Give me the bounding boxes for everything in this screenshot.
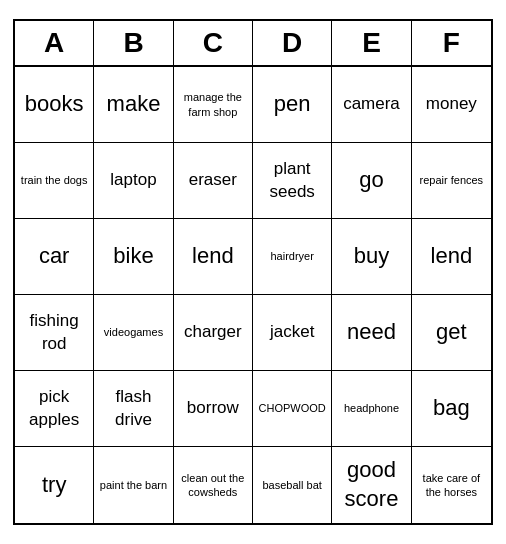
bingo-cell-12: car (15, 219, 94, 295)
bingo-cell-30: try (15, 447, 94, 523)
cell-text-22: need (347, 318, 396, 347)
bingo-cell-10: go (332, 143, 411, 219)
bingo-cell-15: hairdryer (253, 219, 332, 295)
cell-text-25: flash drive (98, 386, 168, 430)
cell-text-32: clean out the cowsheds (178, 471, 248, 500)
cell-text-5: money (426, 93, 477, 115)
bingo-cell-23: get (412, 295, 491, 371)
bingo-cell-0: books (15, 67, 94, 143)
cell-text-13: bike (113, 242, 153, 271)
cell-text-7: laptop (110, 169, 156, 191)
header-cell-d: D (253, 21, 332, 65)
bingo-cell-21: jacket (253, 295, 332, 371)
cell-text-1: make (107, 90, 161, 119)
bingo-cell-28: headphone (332, 371, 411, 447)
bingo-cell-35: take care of the horses (412, 447, 491, 523)
cell-text-26: borrow (187, 397, 239, 419)
cell-text-6: train the dogs (21, 173, 88, 187)
header-cell-e: E (332, 21, 411, 65)
cell-text-18: fishing rod (19, 310, 89, 354)
bingo-cell-11: repair fences (412, 143, 491, 219)
bingo-cell-25: flash drive (94, 371, 173, 447)
cell-text-20: charger (184, 321, 242, 343)
cell-text-2: manage the farm shop (178, 90, 248, 119)
bingo-cell-33: baseball bat (253, 447, 332, 523)
cell-text-34: good score (336, 456, 406, 513)
bingo-cell-18: fishing rod (15, 295, 94, 371)
bingo-cell-7: laptop (94, 143, 173, 219)
header-cell-f: F (412, 21, 491, 65)
header-cell-c: C (174, 21, 253, 65)
bingo-cell-4: camera (332, 67, 411, 143)
cell-text-35: take care of the horses (416, 471, 487, 500)
cell-text-24: pick apples (19, 386, 89, 430)
bingo-cell-9: plant seeds (253, 143, 332, 219)
bingo-cell-3: pen (253, 67, 332, 143)
bingo-cell-16: buy (332, 219, 411, 295)
bingo-cell-8: eraser (174, 143, 253, 219)
bingo-cell-31: paint the barn (94, 447, 173, 523)
cell-text-0: books (25, 90, 84, 119)
cell-text-29: bag (433, 394, 470, 423)
cell-text-3: pen (274, 90, 311, 119)
bingo-cell-34: good score (332, 447, 411, 523)
cell-text-11: repair fences (420, 173, 484, 187)
cell-text-27: CHOPWOOD (259, 401, 326, 415)
cell-text-4: camera (343, 93, 400, 115)
bingo-cell-5: money (412, 67, 491, 143)
bingo-cell-32: clean out the cowsheds (174, 447, 253, 523)
cell-text-30: try (42, 471, 66, 500)
cell-text-12: car (39, 242, 70, 271)
bingo-cell-6: train the dogs (15, 143, 94, 219)
bingo-grid: booksmakemanage the farm shoppencameramo… (15, 67, 491, 523)
cell-text-33: baseball bat (263, 478, 322, 492)
bingo-cell-24: pick apples (15, 371, 94, 447)
cell-text-17: lend (431, 242, 473, 271)
bingo-cell-22: need (332, 295, 411, 371)
bingo-cell-14: lend (174, 219, 253, 295)
cell-text-28: headphone (344, 401, 399, 415)
bingo-cell-29: bag (412, 371, 491, 447)
cell-text-23: get (436, 318, 467, 347)
bingo-cell-17: lend (412, 219, 491, 295)
header-cell-a: A (15, 21, 94, 65)
bingo-cell-13: bike (94, 219, 173, 295)
cell-text-15: hairdryer (270, 249, 313, 263)
bingo-cell-27: CHOPWOOD (253, 371, 332, 447)
bingo-cell-2: manage the farm shop (174, 67, 253, 143)
cell-text-9: plant seeds (257, 158, 327, 202)
cell-text-14: lend (192, 242, 234, 271)
cell-text-16: buy (354, 242, 389, 271)
cell-text-21: jacket (270, 321, 314, 343)
header-cell-b: B (94, 21, 173, 65)
cell-text-31: paint the barn (100, 478, 167, 492)
bingo-cell-19: videogames (94, 295, 173, 371)
cell-text-8: eraser (189, 169, 237, 191)
bingo-cell-20: charger (174, 295, 253, 371)
bingo-card: ABCDEF booksmakemanage the farm shoppenc… (13, 19, 493, 525)
bingo-cell-1: make (94, 67, 173, 143)
cell-text-10: go (359, 166, 383, 195)
bingo-header: ABCDEF (15, 21, 491, 67)
cell-text-19: videogames (104, 325, 163, 339)
bingo-cell-26: borrow (174, 371, 253, 447)
